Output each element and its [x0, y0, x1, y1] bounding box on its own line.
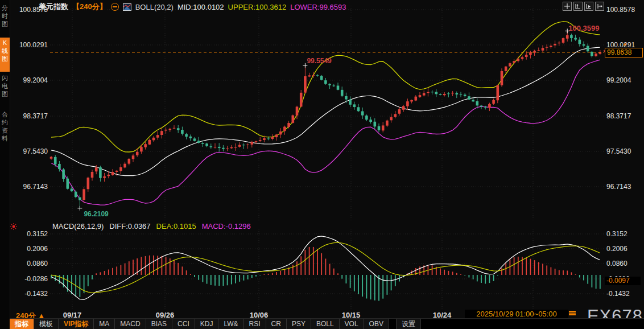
- price-tick: 100.8578: [606, 6, 643, 14]
- toolbar-item-BOLL[interactable]: BOLL: [311, 319, 340, 329]
- toolbar-item-模板[interactable]: 模板: [34, 319, 59, 329]
- macd-header: MACD(26,12,9) DIFF:0.0367 DEA:0.1015 MAC…: [52, 222, 251, 231]
- swing-high-annotation: 99.5549: [307, 57, 331, 65]
- crosshair-icon[interactable]: [563, 2, 572, 11]
- macd-tick: 0.2006: [10, 245, 48, 253]
- macd-tick: -0.0286: [10, 275, 48, 283]
- toolbar-item-CR[interactable]: CR: [266, 319, 287, 329]
- sidebar-tab-[interactable]: 合约资料: [0, 109, 10, 154]
- menu-icon[interactable]: [569, 311, 576, 318]
- price-tick: 96.7143: [10, 183, 48, 191]
- chart-toolbar-icons: [563, 2, 604, 11]
- price-tick: 99.2004: [10, 76, 48, 84]
- toolbar-item-BIAS[interactable]: BIAS: [146, 319, 172, 329]
- boll-upper-value: UPPER:100.3612: [228, 3, 287, 11]
- price-tick: 100.8578: [10, 6, 48, 14]
- price-tick: 99.2004: [606, 76, 643, 84]
- price-tick: 100.0291: [606, 41, 643, 49]
- macd-last-value-box: -0.0097: [605, 277, 641, 285]
- chart-header: 美元指数 【240分】 BOLL(20,2) MID:100.0102 UPPE…: [39, 2, 346, 11]
- macd-tick: -0.1432: [10, 290, 48, 298]
- price-tick: 96.7143: [606, 183, 643, 191]
- shift-right-icon[interactable]: [595, 2, 604, 11]
- macd-dea-value: DEA:0.1015: [156, 222, 196, 231]
- toolbar-item-PSY[interactable]: PSY: [287, 319, 311, 329]
- indicator-toolbar: 指标模板VIP指标MAMACDBIASCCIKDJLW&RSICRPSYBOLL…: [10, 318, 644, 329]
- boll-lower-value: LOWER:99.6593: [290, 3, 346, 11]
- low-price-annotation: 96.2109: [84, 210, 108, 218]
- macd-tick: 0.2006: [606, 245, 643, 253]
- high-price-annotation: 100.3599: [568, 24, 599, 32]
- current-bar-time-range: 2025/10/29 01:00~05:00: [465, 310, 568, 319]
- chart-type-sidebar: 分时图K线图闪电图合约资料: [0, 0, 10, 329]
- trading-app-window: * 分时图K线图闪电图合约资料 美元指数 【240分】 BOLL(20,2) M…: [0, 0, 644, 329]
- toolbar-item-MACD[interactable]: MACD: [115, 319, 146, 329]
- toolbar-item-LW&[interactable]: LW&: [218, 319, 243, 329]
- macd-diff-value: DIFF:0.0367: [109, 222, 150, 231]
- remove-indicator-icon[interactable]: [111, 3, 119, 11]
- macd-tick: 0.0860: [10, 260, 48, 268]
- macd-tick: -0.1432: [606, 290, 643, 298]
- toolbar-item-设置[interactable]: 设置: [396, 319, 421, 329]
- macd-tick: 0.0860: [606, 260, 643, 268]
- price-tick: 98.3717: [606, 112, 643, 120]
- toolbar-item-VOL[interactable]: VOL: [340, 319, 364, 329]
- macd-tick: 0.3152: [10, 230, 48, 238]
- scale-axis-icon[interactable]: [573, 2, 583, 11]
- toolbar-item-RSI[interactable]: RSI: [244, 319, 266, 329]
- chart-canvas[interactable]: *: [0, 0, 644, 329]
- macd-hist-value: MACD:-0.1296: [202, 222, 251, 231]
- toolbar-item-OBV[interactable]: OBV: [364, 319, 389, 329]
- playback-axis-icon[interactable]: [584, 2, 593, 11]
- boll-mid-value: MID:100.0102: [177, 3, 224, 11]
- price-tick: 100.0291: [10, 41, 48, 49]
- price-tick: 98.3717: [10, 112, 48, 120]
- sidebar-tab-active[interactable]: K线图: [0, 38, 10, 72]
- sidebar-tab-[interactable]: 分时图: [0, 3, 10, 37]
- toolbar-item-MA[interactable]: MA: [94, 319, 115, 329]
- sidebar-tab-[interactable]: 闪电图: [0, 73, 10, 107]
- price-tick: 97.5430: [606, 147, 643, 155]
- period-label: 【240分】: [72, 2, 107, 12]
- kline-chart-icon: [123, 3, 131, 11]
- price-tick: 97.5430: [10, 147, 48, 155]
- toolbar-item-KDJ[interactable]: KDJ: [195, 319, 219, 329]
- hot-marker-icon[interactable]: [10, 223, 18, 231]
- toolbar-item-CCI[interactable]: CCI: [172, 319, 195, 329]
- macd-formula: MACD(26,12,9): [52, 222, 104, 231]
- toolbar-item-VIP指标[interactable]: VIP指标: [59, 319, 94, 329]
- last-price-box: 99.8638: [605, 48, 643, 57]
- macd-tick: 0.3152: [606, 230, 643, 238]
- boll-formula: BOLL(20,2): [135, 3, 174, 11]
- toolbar-item-指标[interactable]: 指标: [10, 319, 34, 329]
